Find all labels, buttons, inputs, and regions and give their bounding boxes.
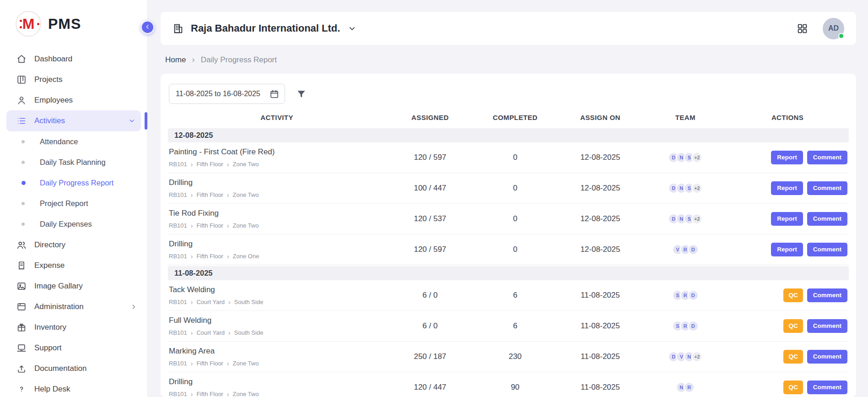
sidebar-item-label: Projects [34,75,62,84]
comment-button[interactable]: Comment [807,181,847,195]
completed-value: 0 [474,153,556,162]
team-member-avatar[interactable]: D [688,244,699,255]
report-button[interactable]: Report [771,151,803,164]
activity-cell: Tie Rod FixingRB101›Fifth Floor›Zone Two [168,209,386,229]
comment-button[interactable]: Comment [807,151,847,164]
sidebar-item-documentation[interactable]: Documentation [0,358,147,379]
row-actions: ReportComment [726,212,849,226]
sidebar-item-help-desk[interactable]: Help Desk [0,379,147,397]
team-avatars: SRD [645,290,727,301]
activity-cell: Full WeldingRB101›Court Yard›South Side [168,316,386,336]
row-actions: QCComment [726,381,849,394]
sidebar-item-directory[interactable]: Directory [0,234,147,255]
table-row: Marking AreaRB101›Fifth Floor›Zone Two25… [168,342,849,372]
team-member-avatar[interactable]: D [688,290,699,301]
apps-grid-icon[interactable] [797,23,808,34]
path-segment: RB101 [169,360,187,367]
sidebar-item-projects[interactable]: Projects [0,69,147,90]
sidebar-item-dashboard[interactable]: Dashboard [0,49,147,69]
chevron-left-icon [144,23,151,32]
team-avatars: DNS+2 [645,183,727,194]
team-avatars: DVN+2 [645,351,727,362]
sidebar-item-support[interactable]: Support [0,337,147,358]
sidebar-item-expense[interactable]: Expense [0,255,147,276]
assign-on-date: 12-08-2025 [556,153,644,162]
sidebar-item-image-gallary[interactable]: Image Gallary [0,276,147,296]
qc-button[interactable]: QC [783,319,803,333]
sidebar-item-activities[interactable]: Activities [6,110,141,131]
app-logo[interactable]: M PMS [0,0,147,46]
sidebar-subitem-daily-expenses[interactable]: Daily Expenses [0,214,147,234]
table-row: Tie Rod FixingRB101›Fifth Floor›Zone Two… [168,204,849,234]
report-button[interactable]: Report [771,243,803,256]
completed-value: 90 [474,383,556,392]
activity-location-path: RB101›Fifth Floor›Zone Two [169,360,386,367]
table-body: 12-08-2025Painting - First Coat (Fire Re… [168,128,849,397]
report-button[interactable]: Report [771,181,803,195]
path-segment: RB101 [169,329,187,336]
comment-button[interactable]: Comment [807,350,847,364]
activity-title: Drilling [169,239,386,249]
home-icon [16,54,27,64]
user-avatar[interactable]: AD [823,18,844,39]
activity-location-path: RB101›Fifth Floor›Zone Two [169,391,386,397]
projects-icon [16,75,27,85]
date-range-input[interactable]: 11-08-2025 to 16-08-2025 [169,84,285,104]
sidebar-item-employees[interactable]: Employees [0,90,147,110]
sidebar-subitem-daily-progress-report[interactable]: Daily Progress Report [0,173,147,193]
assign-on-date: 12-08-2025 [556,245,644,254]
team-avatars: DNS+2 [645,213,727,224]
team-member-avatar[interactable]: R [684,382,695,393]
sidebar-subitem-daily-task-planning[interactable]: Daily Task Planning [0,152,147,173]
completed-value: 0 [474,245,556,254]
sidebar-subitem-label: Project Report [40,199,88,208]
team-avatars: VRD [645,244,727,255]
sidebar-item-label: Support [34,343,62,353]
expense-icon [16,261,27,271]
sidebar-item-inventory[interactable]: Inventory [0,317,147,337]
calendar-icon [270,89,279,99]
team-more-count[interactable]: +2 [691,351,702,362]
comment-button[interactable]: Comment [807,243,847,256]
chevron-right-icon: › [227,161,229,168]
app-title: PMS [48,16,81,33]
sidebar-subitem-label: Daily Expenses [40,220,92,228]
bullet-dot [22,202,25,205]
qc-button[interactable]: QC [783,381,803,394]
activity-location-path: RB101›Court Yard›South Side [169,299,386,305]
comment-button[interactable]: Comment [807,212,847,226]
sidebar-item-administration[interactable]: Administration [0,296,147,317]
team-more-count[interactable]: +2 [691,213,702,224]
filter-funnel-icon[interactable] [296,89,307,99]
assigned-value: 120 / 447 [386,383,474,392]
avatar-initials: AD [828,24,839,33]
chevron-right-icon: › [191,360,193,367]
activity-location-path: RB101›Fifth Floor›Zone Two [169,191,386,198]
sidebar-item-label: Dashboard [34,54,72,64]
activity-title: Drilling [169,178,386,187]
chevron-right-icon: › [228,330,231,336]
comment-button[interactable]: Comment [807,319,847,333]
comment-button[interactable]: Comment [807,381,847,394]
content-card: 11-08-2025 to 16-08-2025 ACTIVITYASSIGNE… [161,74,856,397]
qc-button[interactable]: QC [783,288,803,302]
sidebar-subitem-attendance[interactable]: Attendance [0,131,147,152]
breadcrumb-home[interactable]: Home [165,55,186,65]
row-actions: ReportComment [726,243,849,256]
assign-on-date: 11-08-2025 [556,352,644,361]
table-row: DrillingRB101›Fifth Floor›Zone Two100 / … [168,173,849,204]
report-button[interactable]: Report [771,212,803,226]
path-segment: RB101 [169,299,187,305]
team-more-count[interactable]: +2 [691,183,702,194]
team-more-count[interactable]: +2 [691,152,702,163]
helpdesk-icon [16,384,27,394]
qc-button[interactable]: QC [783,350,803,364]
activity-location-path: RB101›Fifth Floor›Zone One [169,253,386,260]
comment-button[interactable]: Comment [807,288,847,302]
team-member-avatar[interactable]: D [688,321,699,332]
company-selector[interactable]: Raja Bahadur International Ltd. [173,22,356,34]
sidebar-collapse-button[interactable] [140,20,155,34]
sidebar-subitem-project-report[interactable]: Project Report [0,193,147,214]
activity-title: Painting - First Coat (Fire Red) [169,147,386,157]
sidebar-subitem-label: Daily Task Planning [40,158,106,167]
